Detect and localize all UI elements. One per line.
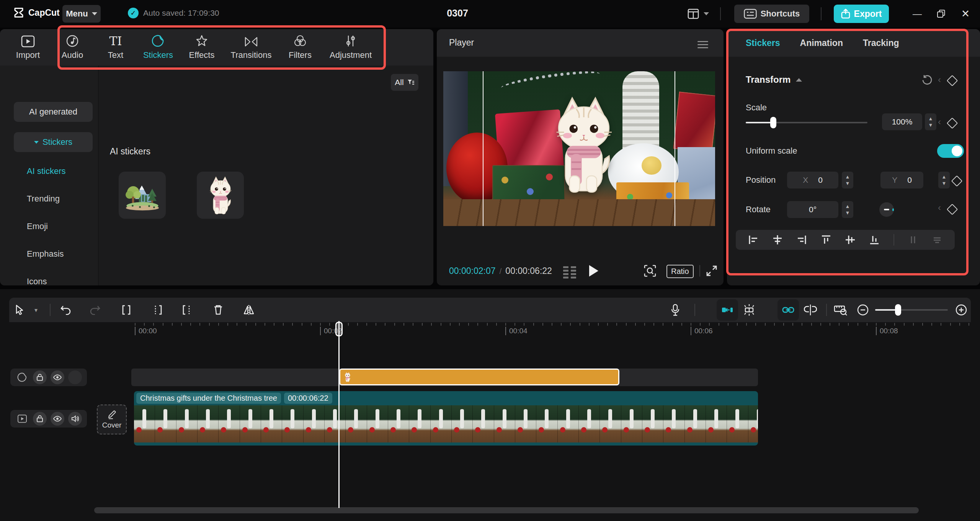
preview-quality-icon[interactable]: [644, 264, 657, 277]
sticker-clip[interactable]: [339, 369, 619, 385]
sidebar-item-ai-stickers[interactable]: AI stickers: [27, 166, 65, 176]
scale-slider-thumb[interactable]: [770, 117, 776, 128]
ratio-button[interactable]: Ratio: [666, 265, 694, 278]
align-right-icon[interactable]: [796, 234, 807, 245]
video-preview[interactable]: [443, 71, 715, 226]
undo-icon[interactable]: [60, 305, 72, 315]
crop-guide-left[interactable]: [483, 71, 483, 226]
filter-all-button[interactable]: All: [391, 74, 418, 91]
eye-icon[interactable]: [51, 412, 64, 426]
tab-tracking[interactable]: Tracking: [863, 38, 899, 48]
fullscreen-icon[interactable]: [706, 265, 718, 277]
sidebar-item-emoji[interactable]: Emoji: [27, 221, 48, 231]
timeline-ruler[interactable]: 00:0000:0200:0400:0600:08: [0, 322, 980, 339]
tab-animation[interactable]: Animation: [800, 38, 843, 48]
import-button[interactable]: Import: [8, 34, 48, 60]
align-top-icon[interactable]: [821, 234, 831, 245]
link-toggle[interactable]: [777, 299, 799, 321]
timeline-zoom-slider[interactable]: [875, 309, 948, 311]
export-button[interactable]: Export: [834, 5, 889, 23]
keyframe-prev-icon[interactable]: ‹: [938, 116, 941, 127]
position-x-field[interactable]: X 0: [787, 172, 838, 188]
scale-slider[interactable]: [746, 122, 867, 123]
playhead[interactable]: [338, 321, 340, 508]
ruler-minor-tick: [830, 323, 830, 326]
cat-sticker-overlay[interactable]: [550, 87, 618, 202]
keyframe-diamond-icon[interactable]: [951, 175, 963, 187]
scale-value-field[interactable]: 100%: [882, 113, 922, 130]
keyframe-prev-icon[interactable]: ‹: [938, 202, 941, 213]
keyframe-diamond-icon[interactable]: [947, 75, 958, 87]
position-y-field[interactable]: Y 0: [880, 172, 923, 188]
sidebar-item-ai-generated[interactable]: AI generated: [14, 102, 93, 122]
minimize-button[interactable]: —: [910, 6, 925, 21]
sidebar-item-icons[interactable]: Icons: [27, 277, 47, 287]
video-clip[interactable]: Christmas gifts under the Christmas tree…: [134, 391, 758, 446]
reset-icon[interactable]: [921, 74, 933, 86]
player-menu-icon[interactable]: [697, 39, 708, 50]
rotate-stepper[interactable]: ▲▼: [842, 201, 853, 218]
layout-switcher[interactable]: [688, 8, 709, 19]
delete-right-icon[interactable]: [181, 304, 194, 316]
transform-header[interactable]: Transform: [746, 74, 802, 85]
menu-button[interactable]: Menu: [62, 5, 101, 23]
rotate-value-field[interactable]: 0°: [787, 201, 838, 218]
tab-adjustment[interactable]: Adjustment: [331, 34, 371, 60]
tab-effects[interactable]: Effects: [182, 34, 222, 60]
delete-left-icon[interactable]: [150, 304, 163, 316]
keyframe-prev-icon[interactable]: ‹: [938, 74, 941, 85]
zoom-out-icon[interactable]: [857, 304, 869, 316]
shortcuts-button[interactable]: Shortcuts: [734, 5, 809, 23]
sticker-thumb-white-cat[interactable]: [197, 172, 244, 219]
keyframe-diamond-icon[interactable]: [947, 204, 958, 215]
tab-audio[interactable]: Audio: [52, 34, 92, 60]
keyframe-diamond-icon[interactable]: [947, 118, 958, 129]
sticker-thumb-tree-landscape[interactable]: [119, 172, 166, 219]
timeline-zoom-thumb[interactable]: [895, 304, 901, 316]
tab-text[interactable]: TI Text: [96, 34, 136, 60]
align-bottom-icon[interactable]: [869, 234, 880, 245]
uniform-scale-toggle[interactable]: [937, 144, 964, 158]
preview-axis-icon[interactable]: [742, 303, 756, 316]
edit-cover-button[interactable]: Cover: [97, 405, 127, 434]
sidebar-item-emphasis[interactable]: Emphasis: [27, 249, 64, 259]
auto-snap-toggle[interactable]: [717, 299, 738, 321]
rotate-knob[interactable]: [879, 202, 894, 217]
position-y-stepper[interactable]: ▲▼: [938, 172, 950, 188]
align-left-icon[interactable]: [748, 234, 759, 245]
position-x-stepper[interactable]: ▲▼: [842, 172, 853, 188]
align-center-horizontal-icon[interactable]: [772, 234, 783, 245]
sidebar-item-trending[interactable]: Trending: [27, 194, 60, 204]
eye-icon[interactable]: [51, 370, 64, 384]
scale-stepper[interactable]: ▲▼: [925, 113, 936, 130]
restore-button[interactable]: [933, 6, 949, 21]
tab-stickers[interactable]: Stickers: [138, 34, 178, 60]
delete-icon[interactable]: [213, 304, 223, 316]
split-icon[interactable]: [121, 304, 132, 316]
distribute-horizontal-icon[interactable]: [908, 234, 918, 245]
mute-icon[interactable]: [68, 412, 82, 426]
tab-stickers-settings[interactable]: Stickers: [746, 38, 780, 48]
redo-icon[interactable]: [89, 305, 101, 315]
unlink-icon[interactable]: [804, 304, 817, 316]
close-button[interactable]: ✕: [958, 6, 973, 21]
sidebar-group-stickers[interactable]: Stickers: [14, 132, 93, 152]
playhead-handle[interactable]: [335, 322, 343, 336]
select-tool-caret-icon[interactable]: ▾: [34, 306, 38, 314]
filmstrip-frame: [663, 405, 684, 442]
crop-guide-right[interactable]: [675, 71, 675, 226]
tab-filters[interactable]: Filters: [280, 34, 320, 60]
play-button[interactable]: [589, 265, 598, 277]
horizontal-scrollbar[interactable]: [94, 507, 919, 513]
zoom-in-icon[interactable]: [955, 304, 967, 316]
tab-transitions[interactable]: Transitions: [231, 34, 271, 60]
frame-view-icon[interactable]: [563, 266, 576, 279]
record-voiceover-icon[interactable]: [671, 304, 680, 316]
align-center-vertical-icon[interactable]: [845, 234, 856, 245]
timeline-scale-icon[interactable]: [834, 304, 848, 316]
distribute-vertical-icon[interactable]: [932, 234, 942, 245]
mirror-icon[interactable]: [243, 304, 255, 316]
select-tool-icon[interactable]: [15, 305, 25, 315]
lock-icon[interactable]: [33, 370, 47, 384]
lock-icon[interactable]: [33, 412, 47, 426]
